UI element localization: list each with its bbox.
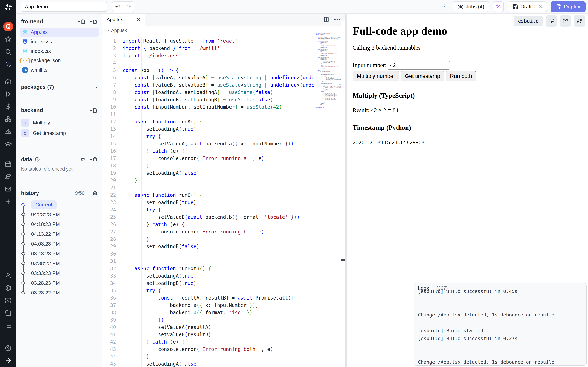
code-line: 2import { backend } from './wmill' [102, 45, 316, 52]
history-entry[interactable]: 03:28:23 PM [21, 278, 97, 288]
open-external-button[interactable] [560, 15, 571, 26]
triggers-prism-icon[interactable] [0, 125, 17, 138]
chevron-down-icon[interactable]: ⌄ [431, 286, 434, 291]
help-icon[interactable] [0, 342, 17, 354]
code-line: 18 } [102, 162, 316, 169]
minimap[interactable]: import React, { useState } from 'react'i… [316, 33, 341, 117]
save-icon [513, 4, 518, 9]
code-line: 28 } [102, 236, 316, 243]
add-table-icon[interactable] [89, 157, 97, 162]
workspace-building-icon[interactable] [0, 20, 17, 33]
history-entry[interactable]: 03:38:22 PM [21, 259, 97, 268]
editor-scrollbar[interactable] [341, 21, 345, 367]
more-menu-icon[interactable]: ⋮ [440, 3, 449, 10]
history-dot-icon [21, 223, 25, 226]
workers-server-icon[interactable] [0, 294, 17, 307]
data-empty-text: No tables referenced yet [21, 166, 97, 172]
add-file-icon[interactable] [77, 19, 85, 24]
file-item-index-tsx[interactable]: index.tsx [20, 47, 98, 56]
runnable-multiply[interactable]: aMultiply [21, 118, 97, 128]
schedules-calendar-icon[interactable] [0, 158, 17, 170]
ai-wand-button[interactable] [493, 1, 504, 12]
editor-more-icon[interactable]: ••• [334, 17, 341, 23]
app-preview-panel: esbuild Full-code app demo Calling 2 b [347, 14, 588, 367]
input-number-field[interactable] [388, 61, 450, 70]
draft-button[interactable]: Draft ⌘S [508, 1, 547, 12]
code-line: 16 } catch (e) { [102, 148, 316, 155]
history-current-label: Current [31, 200, 57, 209]
log-line [418, 319, 586, 327]
file-item-app-tsx[interactable]: App.tsx [20, 28, 98, 37]
file-item-index-css[interactable]: index.css [20, 37, 98, 46]
code-area[interactable]: 1import React, { useState } from 'react'… [102, 35, 316, 367]
breadcrumb[interactable]: › App.tsx [102, 26, 345, 35]
runs-play-icon[interactable] [0, 88, 17, 100]
runnable-get-timestamp[interactable]: bGet timestamp [21, 128, 97, 138]
history-entry[interactable]: 04:23:23 PM [21, 209, 97, 219]
code-line: 14 try { [102, 133, 316, 140]
history-current-row[interactable]: Current [21, 200, 97, 209]
run-both-button[interactable]: Run both [446, 71, 476, 82]
logs-output[interactable]: [esbuild] Build successful in 0.45s Chan… [414, 291, 586, 365]
result-b-value: 2026-02-18T15:24:32.829968 [353, 139, 588, 146]
undo-button[interactable]: ↶ [112, 2, 123, 12]
magic-wand-icon[interactable] [0, 58, 17, 71]
multiply-number-button[interactable]: Multiply number [353, 71, 399, 82]
add-snapshot-icon[interactable] [89, 191, 97, 196]
variables-dollar-icon[interactable] [0, 100, 17, 113]
data-section-header: data [21, 156, 97, 163]
split-editor-icon[interactable] [323, 17, 329, 23]
flows-route-icon[interactable] [0, 170, 17, 183]
jobs-button[interactable]: Jobs (4) [453, 1, 489, 12]
history-entry[interactable]: 04:08:23 PM [21, 239, 97, 249]
search-icon[interactable] [0, 45, 17, 58]
file-item-package-json[interactable]: {··}package.json [20, 56, 98, 65]
plus-icon[interactable] [0, 195, 17, 208]
tab-app-tsx[interactable]: App.tsx ✕ [102, 14, 146, 25]
history-entry[interactable]: 03:23:22 PM [21, 288, 97, 298]
runnable-badge: b [21, 129, 29, 137]
packages-section[interactable]: packages (7) › [21, 84, 97, 90]
bug-icon [458, 4, 463, 9]
resources-cubes-icon[interactable] [0, 113, 17, 125]
history-dot-icon [21, 233, 25, 236]
logs-title[interactable]: Logs [418, 285, 429, 291]
log-line: [esbuild] Build successful in 0.27s [418, 334, 586, 342]
app-name-input[interactable] [21, 1, 107, 12]
deploy-button[interactable]: Deploy [551, 1, 586, 12]
star-icon[interactable] [0, 33, 17, 45]
home-icon[interactable] [0, 75, 17, 88]
expand-arrow-icon[interactable] [0, 354, 17, 367]
history-dot-icon [21, 291, 25, 294]
close-icon[interactable]: ✕ [137, 17, 140, 23]
code-line: 19 setLoadingA(false) [102, 169, 316, 177]
history-entry[interactable]: 03:43:23 PM [21, 249, 97, 259]
mail-icon[interactable] [0, 183, 17, 195]
history-section-header: history 9/50 [21, 190, 97, 196]
history-entry[interactable]: 04:13:22 PM [21, 229, 97, 239]
file-item-wmill-ts[interactable]: TSwmill.ts [20, 65, 98, 75]
history-entry[interactable]: 03:33:23 PM [21, 268, 97, 278]
audit-list-icon[interactable] [0, 319, 17, 332]
inspect-select-button[interactable] [546, 15, 557, 26]
panel-resize-divider[interactable] [345, 14, 347, 367]
refresh-button[interactable] [574, 15, 585, 26]
windmill-logo-icon[interactable] [4, 3, 13, 13]
indent-guide [141, 37, 142, 367]
folders-icon[interactable] [0, 307, 17, 319]
select-cursor-icon [548, 18, 554, 24]
add-runnable-icon[interactable] [89, 108, 97, 113]
user-icon[interactable] [0, 269, 17, 282]
jobs-label: Jobs (4) [466, 4, 484, 10]
scrollbar-handle[interactable] [341, 259, 345, 261]
code-line: 33 setLoadingA(true) [102, 272, 316, 280]
redo-button[interactable]: ↷ [123, 2, 134, 12]
history-entry[interactable]: 04:18:23 PM [21, 219, 97, 229]
settings-gear-icon[interactable] [0, 282, 17, 294]
learn-graduation-icon[interactable] [0, 138, 17, 151]
get-timestamp-button[interactable]: Get timestamp [401, 71, 444, 82]
data-settings-gear-icon[interactable] [80, 157, 85, 162]
code-line: 31 [102, 258, 316, 265]
add-folder-icon[interactable] [89, 19, 97, 24]
code-line: 6 const [valueA, setValueA] = useState<s… [102, 74, 316, 82]
